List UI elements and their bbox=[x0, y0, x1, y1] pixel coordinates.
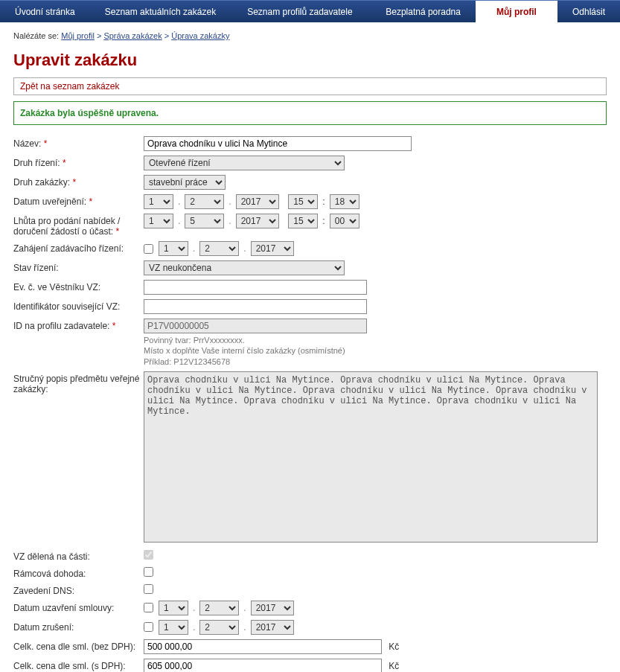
backlink[interactable]: Zpět na seznam zakázek bbox=[20, 81, 119, 92]
label-druh-zakazky: Druh zakázky: * bbox=[13, 175, 144, 188]
datum-zruseni-month[interactable]: 2 bbox=[199, 620, 239, 635]
label-druh-rizeni: Druh řízení: * bbox=[13, 156, 144, 168]
backlink-container: Zpět na seznam zakázek bbox=[13, 77, 607, 95]
datum-uverejneni-hour[interactable]: 15 bbox=[288, 194, 318, 209]
lhuta-day[interactable]: 1 bbox=[144, 214, 173, 228]
identifikator-input[interactable] bbox=[144, 299, 367, 314]
label-vz-delena: VZ dělená na části: bbox=[13, 549, 144, 562]
breadcrumb-link-0[interactable]: Můj profil bbox=[61, 31, 95, 40]
label-lhuta: Lhůta pro podání nabídek / doručení žádo… bbox=[13, 214, 144, 237]
label-zahajeni: Zahájení zadávacího řízení: bbox=[13, 241, 144, 254]
success-message: Zakázka byla úspěšně upravena. bbox=[13, 101, 607, 125]
label-datum-zruseni: Datum zrušení: bbox=[13, 620, 144, 633]
nazev-input[interactable] bbox=[144, 136, 412, 151]
label-datum-uverejneni: Datum uveřejnění: * bbox=[13, 194, 144, 207]
breadcrumb-sep: > bbox=[164, 31, 171, 40]
label-ramcova: Rámcová dohoda: bbox=[13, 566, 144, 579]
zavedeni-dns-checkbox[interactable] bbox=[144, 584, 153, 594]
lhuta-month[interactable]: 5 bbox=[185, 214, 224, 228]
top-nav: Úvodní stránka Seznam aktuálních zakázek… bbox=[0, 0, 620, 22]
zahajeni-year[interactable]: 2017 bbox=[251, 241, 294, 256]
popis-textarea[interactable] bbox=[144, 371, 598, 543]
breadcrumb-prefix: Nalézáte se: bbox=[13, 31, 59, 40]
label-identifikator: Identifikátor související VZ: bbox=[13, 299, 144, 312]
datum-uverejneni-month[interactable]: 2 bbox=[185, 194, 224, 209]
datum-zruseni-day[interactable]: 1 bbox=[159, 620, 188, 635]
cena-s-input[interactable] bbox=[144, 659, 382, 672]
label-stav: Stav řízení: bbox=[13, 260, 144, 273]
breadcrumb-link-1[interactable]: Správa zakázek bbox=[103, 31, 162, 40]
currency-label: Kč bbox=[389, 641, 399, 652]
id-profil-help: Povinný tvar: PrrVxxxxxxxx. Místo x dopl… bbox=[144, 335, 607, 367]
label-zavedeni-dns: Zavedení DNS: bbox=[13, 583, 144, 596]
label-ev-c: Ev. č. ve Věstníku VZ: bbox=[13, 280, 144, 292]
id-profil-input bbox=[144, 319, 367, 333]
label-datum-smlouvy: Datum uzavření smlouvy: bbox=[13, 601, 144, 613]
label-popis: Stručný popis předmětu veřejné zakázky: bbox=[13, 371, 144, 394]
label-nazev: Název: * bbox=[13, 136, 144, 149]
datum-smlouvy-day[interactable]: 1 bbox=[159, 601, 188, 615]
datum-smlouvy-year[interactable]: 2017 bbox=[251, 601, 294, 615]
nav-home[interactable]: Úvodní stránka bbox=[0, 1, 90, 23]
page-title: Upravit zakázku bbox=[13, 51, 607, 70]
zahajeni-day[interactable]: 1 bbox=[159, 241, 188, 256]
datum-smlouvy-month[interactable]: 2 bbox=[199, 601, 239, 615]
druh-zakazky-select[interactable]: stavební práce bbox=[144, 175, 226, 190]
zahajeni-enable-checkbox[interactable] bbox=[144, 244, 153, 254]
ev-c-input[interactable] bbox=[144, 280, 367, 295]
nav-odhlasit[interactable]: Odhlásit bbox=[557, 1, 620, 23]
druh-rizeni-select[interactable]: Otevřené řízení bbox=[144, 156, 345, 170]
breadcrumb-link-2[interactable]: Úprava zakázky bbox=[171, 31, 229, 40]
nav-zakazky[interactable]: Seznam aktuálních zakázek bbox=[90, 1, 231, 23]
datum-smlouvy-enable-checkbox[interactable] bbox=[144, 603, 153, 612]
cena-bez-input[interactable] bbox=[144, 639, 382, 654]
datum-uverejneni-min[interactable]: 18 bbox=[330, 194, 359, 209]
zahajeni-month[interactable]: 2 bbox=[199, 241, 239, 256]
currency-label: Kč bbox=[389, 661, 399, 671]
lhuta-min[interactable]: 00 bbox=[330, 214, 359, 228]
datum-zruseni-enable-checkbox[interactable] bbox=[144, 622, 153, 632]
nav-profily[interactable]: Seznam profilů zadavatele bbox=[232, 1, 367, 23]
datum-uverejneni-year[interactable]: 2017 bbox=[236, 194, 279, 209]
label-cena-s: Celk. cena dle sml. (s DPH): bbox=[13, 659, 144, 671]
nav-poradna[interactable]: Bezplatná poradna bbox=[371, 1, 476, 23]
lhuta-year[interactable]: 2017 bbox=[236, 214, 279, 228]
datum-zruseni-year[interactable]: 2017 bbox=[251, 620, 294, 635]
stav-select[interactable]: VZ neukončena bbox=[144, 260, 345, 275]
lhuta-hour[interactable]: 15 bbox=[288, 214, 318, 228]
ramcova-checkbox[interactable] bbox=[144, 567, 153, 577]
breadcrumb: Nalézáte se: Můj profil > Správa zakázek… bbox=[13, 31, 607, 40]
breadcrumb-sep: > bbox=[97, 31, 103, 40]
datum-uverejneni-day[interactable]: 1 bbox=[144, 194, 173, 209]
vz-delena-checkbox bbox=[144, 550, 153, 560]
nav-muj-profil[interactable]: Můj profil bbox=[476, 1, 557, 23]
label-cena-bez: Celk. cena dle sml. (bez DPH): bbox=[13, 639, 144, 652]
label-id-profil: ID na profilu zadavatele: * bbox=[13, 319, 144, 331]
